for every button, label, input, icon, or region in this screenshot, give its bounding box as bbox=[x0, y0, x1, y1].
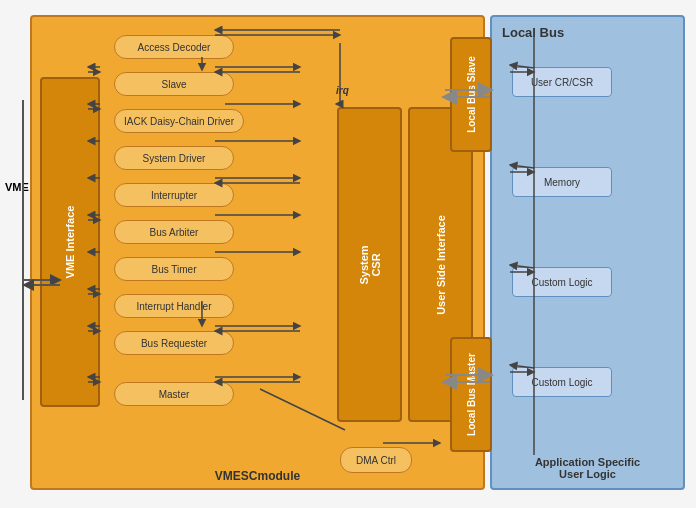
system-csr-box: SystemCSR bbox=[337, 107, 402, 422]
bus-arbiter-box: Bus Arbiter bbox=[114, 220, 234, 244]
vmesc-module-label: VMESCmodule bbox=[215, 469, 300, 483]
app-specific-box: Local Bus Local Bus Slave Local Bus Mast… bbox=[490, 15, 685, 490]
system-driver-box: System Driver bbox=[114, 146, 234, 170]
access-decoder-box: Access Decoder bbox=[114, 35, 234, 59]
local-bus-slave-label: Local Bus Slave bbox=[466, 56, 477, 133]
system-csr-label: SystemCSR bbox=[357, 245, 381, 284]
custom-logic-1-box: Custom Logic bbox=[512, 267, 612, 297]
user-cr-csr-box: User CR/CSR bbox=[512, 67, 612, 97]
custom-logic-2-box: Custom Logic bbox=[512, 367, 612, 397]
vme-bus-line bbox=[22, 100, 24, 400]
iack-box: IACK Daisy-Chain Driver bbox=[114, 109, 244, 133]
vme-interface-box: VME Interface bbox=[40, 77, 100, 407]
local-bus-master-box: Local Bus Master bbox=[450, 337, 492, 452]
main-container: VME Bus VME Interface Access Decoder Sla… bbox=[0, 0, 696, 508]
vme-interface-label: VME Interface bbox=[64, 206, 76, 279]
interrupt-handler-box: Interrupt Handler bbox=[114, 294, 234, 318]
master-box: Master bbox=[114, 382, 234, 406]
user-side-label: User Side Interface bbox=[435, 215, 447, 315]
irq-label: irq bbox=[336, 85, 349, 96]
bus-requester-box: Bus Requester bbox=[114, 331, 234, 355]
local-bus-label: Local Bus bbox=[502, 25, 564, 40]
dma-ctrl-box: DMA Ctrl bbox=[340, 447, 412, 473]
bus-timer-box: Bus Timer bbox=[114, 257, 234, 281]
local-bus-master-label: Local Bus Master bbox=[466, 353, 477, 436]
memory-box: Memory bbox=[512, 167, 612, 197]
local-bus-slave-box: Local Bus Slave bbox=[450, 37, 492, 152]
app-specific-label: Application SpecificUser Logic bbox=[535, 456, 640, 480]
interrupter-box: Interrupter bbox=[114, 183, 234, 207]
slave-box: Slave bbox=[114, 72, 234, 96]
vmesc-module-box: VME Interface Access Decoder Slave IACK … bbox=[30, 15, 485, 490]
